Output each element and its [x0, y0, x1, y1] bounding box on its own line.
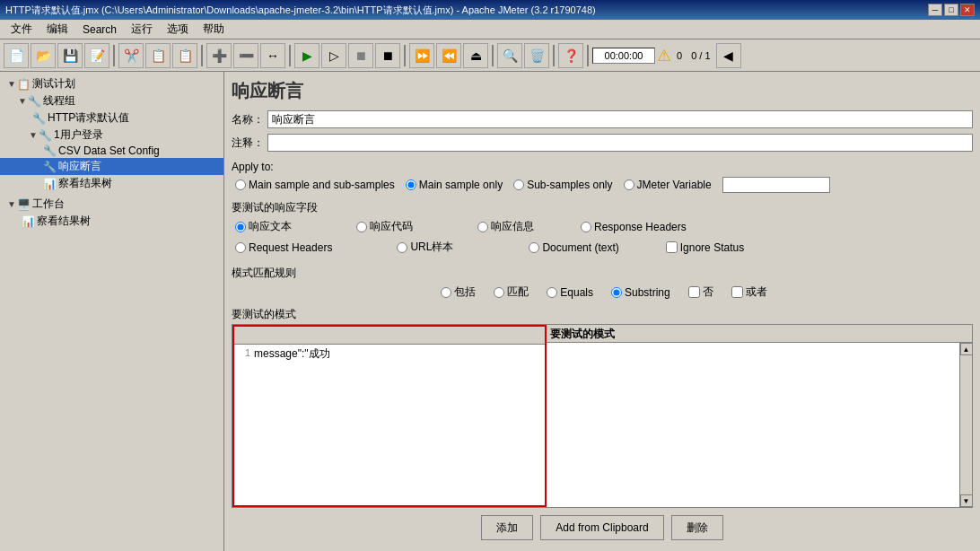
name-input[interactable] [267, 110, 973, 128]
toolbar-stop[interactable]: ⏹ [348, 43, 373, 68]
ignore-status-cb[interactable] [666, 241, 678, 253]
expand-icon: ▼ [7, 79, 16, 89]
toolbar-expand[interactable]: ➕ [206, 43, 232, 68]
tree-item-workbench[interactable]: ▼ 🖥️ 工作台 [0, 196, 223, 213]
scroll-up-arrow[interactable]: ▲ [960, 343, 973, 355]
delete-button[interactable]: 删除 [671, 515, 723, 540]
resp-code[interactable]: 响应代码 [356, 219, 413, 234]
pattern-right-content[interactable] [547, 343, 959, 507]
url-sample-radio[interactable] [397, 242, 407, 253]
rule-not[interactable]: 否 [688, 284, 713, 300]
tree-item-user-login[interactable]: ▼ 🔧 1用户登录 [0, 127, 223, 144]
toolbar: 📄 📂 💾 📝 ✂️ 📋 📋 ➕ ➖ ↔️ ▶ ▷ ⏹ ⏹ ⏩ ⏪ ⏏ 🔍 🗑️… [0, 39, 980, 72]
apply-sub-only-radio[interactable] [513, 179, 524, 190]
resp-text-radio[interactable] [235, 222, 246, 232]
toolbar-collapse[interactable]: ➖ [233, 43, 258, 68]
rule-substring-radio[interactable] [611, 287, 622, 298]
tree-item-workbench-results[interactable]: 📊 察看结果树 [0, 213, 223, 230]
rule-match-radio[interactable] [494, 287, 504, 298]
toolbar-start-no-pause[interactable]: ▷ [321, 43, 346, 68]
maximize-button[interactable]: □ [944, 4, 958, 16]
toolbar-cut[interactable]: ✂️ [118, 43, 144, 68]
menu-run[interactable]: 运行 [124, 20, 160, 39]
tree-item-thread-group[interactable]: ▼ 🔧 线程组 [0, 92, 223, 109]
ignore-status[interactable]: Ignore Status [666, 241, 744, 254]
expand-icon-ul: ▼ [29, 130, 38, 140]
toolbar-find[interactable]: 🔍 [497, 43, 522, 68]
minimize-button[interactable]: ─ [928, 4, 942, 16]
toolbar-copy[interactable]: 📋 [145, 43, 171, 68]
url-sample[interactable]: URL样本 [397, 240, 453, 255]
rule-equals-radio[interactable] [547, 287, 557, 298]
apply-jmeter-var-radio[interactable] [624, 179, 634, 190]
req-headers[interactable]: Request Headers [235, 241, 332, 254]
rule-not-cb[interactable] [688, 286, 700, 298]
resp-headers[interactable]: Response Headers [581, 221, 687, 233]
toolbar-open[interactable]: 📂 [31, 43, 56, 68]
close-button[interactable]: ✕ [960, 4, 975, 16]
resp-msg[interactable]: 响应信息 [477, 219, 534, 234]
toolbar-new[interactable]: 📄 [4, 43, 29, 68]
toolbar-saveas[interactable]: 📝 [84, 43, 109, 68]
apply-jmeter-var[interactable]: JMeter Variable [624, 179, 712, 191]
apply-main-only-radio[interactable] [406, 179, 416, 190]
toolbar-clear[interactable]: 🗑️ [524, 43, 549, 68]
toolbar-remote-stop[interactable]: ⏪ [436, 43, 461, 68]
rule-or-cb[interactable] [731, 286, 743, 298]
resp-text-label: 响应文本 [249, 219, 292, 234]
rule-includes-radio[interactable] [441, 287, 451, 298]
req-headers-radio[interactable] [235, 242, 246, 253]
toolbar-error-count: 0 [673, 48, 686, 63]
menu-search[interactable]: Search [75, 22, 124, 38]
rule-match[interactable]: 匹配 [494, 284, 529, 300]
doc-text-radio[interactable] [529, 242, 539, 253]
apply-sub-only[interactable]: Sub-samples only [513, 179, 612, 191]
toolbar-save[interactable]: 💾 [57, 43, 83, 68]
tree-item-response-assert[interactable]: 🔧 响应断言 [0, 158, 223, 175]
resp-code-radio[interactable] [356, 222, 367, 232]
jmeter-var-input[interactable] [722, 177, 830, 193]
warning-icon: ⚠ [657, 46, 671, 66]
tree-item-csv-data[interactable]: 🔧 CSV Data Set Config [0, 144, 223, 158]
rule-equals[interactable]: Equals [547, 286, 593, 299]
add-clipboard-button[interactable]: Add from Clipboard [540, 515, 663, 540]
pattern-left-content[interactable]: 1 message":"成功 [234, 345, 545, 505]
menu-file[interactable]: 文件 [4, 20, 39, 39]
url-sample-label: URL样本 [410, 240, 453, 255]
toolbar-start[interactable]: ▶ [294, 43, 319, 68]
test-plan-icon: 📋 [17, 78, 31, 91]
apply-main-only[interactable]: Main sample only [406, 179, 503, 191]
resp-headers-radio[interactable] [581, 222, 591, 232]
tree-item-http-default[interactable]: 🔧 HTTP请求默认值 [0, 109, 223, 127]
resp-text[interactable]: 响应文本 [235, 219, 292, 234]
apply-main-sub-radio[interactable] [235, 179, 246, 190]
scroll-down-arrow[interactable]: ▼ [960, 494, 973, 507]
apply-main-sub[interactable]: Main sample and sub-samples [235, 179, 395, 191]
pattern-scrollbar[interactable]: ▲ ▼ [959, 343, 972, 507]
add-button[interactable]: 添加 [481, 515, 533, 540]
menu-options[interactable]: 选项 [160, 20, 196, 39]
menu-edit[interactable]: 编辑 [39, 20, 75, 39]
tree-item-view-results[interactable]: 📊 察看结果树 [0, 175, 223, 192]
toolbar-shutdown[interactable]: ⏹ [375, 43, 400, 68]
rule-or-label: 或者 [746, 284, 767, 300]
toolbar-toggle[interactable]: ↔️ [260, 43, 285, 68]
toolbar-help[interactable]: ❓ [558, 43, 583, 68]
rule-includes[interactable]: 包括 [441, 284, 476, 300]
rule-substring[interactable]: Substring [611, 286, 670, 299]
rule-or[interactable]: 或者 [731, 284, 767, 300]
apply-to-group: Main sample and sub-samples Main sample … [232, 177, 973, 193]
menu-help[interactable]: 帮助 [196, 20, 232, 39]
toolbar-remote-exit[interactable]: ⏏ [463, 43, 488, 68]
toolbar-remote-start[interactable]: ⏩ [409, 43, 434, 68]
toolbar-paste[interactable]: 📋 [172, 43, 197, 68]
bottom-buttons: 添加 Add from Clipboard 删除 [232, 508, 973, 544]
comment-input[interactable] [267, 134, 973, 152]
toolbar-nav[interactable]: ◀ [716, 43, 741, 68]
toolbar-sep-7 [587, 45, 589, 66]
resp-msg-radio[interactable] [477, 222, 488, 232]
expand-icon-tg: ▼ [18, 96, 27, 106]
apply-sub-only-label: Sub-samples only [527, 179, 612, 191]
tree-item-test-plan[interactable]: ▼ 📋 测试计划 [0, 75, 223, 92]
doc-text[interactable]: Document (text) [529, 241, 618, 254]
